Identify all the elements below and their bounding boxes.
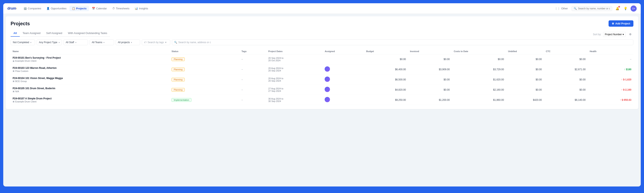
filter-icon: ⚙ bbox=[629, 33, 632, 36]
col-header-tags: Tags bbox=[240, 48, 266, 54]
avatar-initials: U bbox=[632, 7, 634, 10]
cell-dates: 20 Sep 2024 to 20 Oct 2024 bbox=[266, 54, 322, 64]
cell-status: Planning bbox=[170, 85, 239, 95]
project-name: P24-00103 123 Warren Road, Atherton bbox=[13, 66, 168, 70]
client-icon: ▣ bbox=[13, 60, 14, 62]
cell-ctc: $0.00 bbox=[544, 54, 588, 64]
calendar-icon: 📅 bbox=[92, 7, 95, 10]
cell-unbilled: $0.00 bbox=[506, 85, 544, 95]
tag-icon: 🏷 bbox=[144, 41, 146, 44]
status-filter-chevron: ▾ bbox=[30, 41, 31, 44]
search-icon: 🔍 bbox=[574, 7, 577, 10]
nav-item-companies[interactable]: 🏢 Companies bbox=[21, 6, 44, 11]
status-badge: Planning bbox=[172, 68, 185, 71]
table-row[interactable]: P24-00104 101 Vision Street, Wagga Wagga… bbox=[10, 74, 634, 85]
nav-item-calendar[interactable]: 📅 Calendar bbox=[90, 6, 109, 11]
teams-chevron: ▾ bbox=[104, 41, 104, 44]
health-value: ↑ $-1,620 bbox=[621, 78, 631, 81]
help-button[interactable]: 💡 bbox=[622, 6, 628, 12]
status-badge: Implementation bbox=[172, 98, 191, 102]
sort-chevron-icon: ▾ bbox=[622, 33, 624, 36]
tab-all[interactable]: All bbox=[10, 30, 20, 37]
table-row[interactable]: P24-00105 101 Drum Street, Buderim ▣ N/A… bbox=[10, 85, 634, 95]
status-filter[interactable]: Not Completed ▾ bbox=[10, 40, 35, 45]
cell-assigned bbox=[322, 74, 364, 85]
project-type-chevron: ▾ bbox=[59, 41, 60, 44]
project-tabs: All Team Assigned Self Assigned With Ass… bbox=[10, 30, 110, 37]
col-header-assigned: Assigned bbox=[322, 48, 364, 54]
cell-tags: – bbox=[240, 74, 266, 85]
app-logo[interactable]: drum· bbox=[7, 6, 17, 10]
other-button[interactable]: ⋮⋮ Other bbox=[553, 6, 570, 11]
cell-assigned bbox=[322, 64, 364, 74]
user-avatar[interactable]: U ▾ bbox=[630, 6, 637, 12]
table-row[interactable]: P24-00101 Ben's Surveying - First Projec… bbox=[10, 54, 634, 64]
health-value: ↑ $-950.63 bbox=[620, 98, 631, 102]
tab-team-assigned[interactable]: Team Assigned bbox=[20, 30, 44, 37]
avatar-chevron: ▾ bbox=[634, 8, 635, 10]
project-type-filter[interactable]: Any Project Type ▾ bbox=[37, 40, 62, 45]
assigned-avatar bbox=[325, 66, 330, 72]
cell-name: P24-00104 101 Vision Street, Wagga Wagga… bbox=[10, 74, 170, 85]
table-row[interactable]: P24-00107 A Simple Drum Project ▣ Exampl… bbox=[10, 95, 634, 105]
global-search[interactable]: 🔍 bbox=[572, 6, 612, 11]
cell-tags: – bbox=[240, 64, 266, 74]
tags-value: – bbox=[242, 78, 243, 81]
nav-item-opportunities[interactable]: 👤 Opportunities bbox=[44, 6, 69, 11]
tags-search[interactable]: 🏷 Search by tags ▾ bbox=[142, 40, 170, 45]
tags-value: – bbox=[242, 68, 243, 71]
tab-self-assigned[interactable]: Self Assigned bbox=[44, 30, 65, 37]
cell-tags: – bbox=[240, 54, 266, 64]
cell-name: P24-00101 Ben's Surveying - First Projec… bbox=[10, 54, 170, 64]
nav-item-timesheets[interactable]: ⏱ Timesheets bbox=[110, 6, 132, 11]
cell-budget: $0.00 bbox=[364, 54, 408, 64]
opportunities-icon: 👤 bbox=[46, 7, 50, 10]
table-row[interactable]: P24-00103 123 Warren Road, Atherton ▣ Fl… bbox=[10, 64, 634, 74]
nav-item-insights[interactable]: 📊 Insights bbox=[132, 6, 150, 11]
global-search-input[interactable] bbox=[578, 7, 610, 10]
col-header-budget: Budget bbox=[364, 48, 408, 54]
name-search[interactable]: 🔍 Search by name, address or c bbox=[172, 40, 634, 45]
date-to: 20 Sep 2024 bbox=[268, 80, 320, 82]
notification-badge: 1 bbox=[618, 6, 620, 8]
cell-status: Implementation bbox=[170, 95, 239, 105]
project-name: P24-00105 101 Drum Street, Buderim bbox=[13, 87, 168, 90]
cell-health: ↑ $-1,620 bbox=[588, 74, 634, 85]
filter-options-button[interactable]: ⚙ bbox=[627, 31, 634, 38]
client-icon: ▣ bbox=[13, 100, 14, 102]
table-header-row: Name Status Tags Project Dates Assigned … bbox=[10, 48, 634, 54]
add-project-button[interactable]: ⊕ Add Project bbox=[608, 20, 634, 27]
tab-outstanding-tasks[interactable]: With Assigned Outstanding Tasks bbox=[65, 30, 110, 37]
insights-icon: 📊 bbox=[134, 7, 138, 10]
date-to: 20 Sep 2024 bbox=[268, 70, 320, 72]
help-icon: 💡 bbox=[624, 7, 628, 10]
staff-chevron: ▾ bbox=[75, 41, 76, 44]
date-from: 20 Aug 2024 to bbox=[268, 77, 320, 80]
cell-costs: $2,160.00 bbox=[452, 85, 506, 95]
health-value: ↑ $180 bbox=[624, 68, 631, 71]
cell-tags: – bbox=[240, 95, 266, 105]
main-content: Projects ⊕ Add Project All Team Assigned… bbox=[6, 16, 638, 109]
client-icon: ▣ bbox=[13, 70, 14, 72]
cell-dates: 20 Aug 2024 to 20 Sep 2024 bbox=[266, 74, 322, 85]
tabs-sort-row: All Team Assigned Self Assigned With Ass… bbox=[10, 30, 634, 40]
project-client: ▣ BCE Group bbox=[13, 80, 168, 82]
cell-status: Planning bbox=[170, 74, 239, 85]
cell-name: P24-00105 101 Drum Street, Buderim ▣ N/A bbox=[10, 85, 170, 95]
teams-filter[interactable]: All Teams ▾ bbox=[90, 40, 114, 45]
col-header-costs: Costs to Date bbox=[452, 48, 506, 54]
timesheets-icon: ⏱ bbox=[112, 7, 115, 10]
project-name: P24-00101 Ben's Surveying - First Projec… bbox=[13, 56, 168, 59]
projects-filter[interactable]: All projects ▾ bbox=[116, 40, 140, 45]
date-to: 27 Sep 2024 bbox=[268, 90, 320, 92]
cell-costs: $1,860.00 bbox=[452, 95, 506, 105]
companies-icon: 🏢 bbox=[24, 7, 27, 10]
notifications-button[interactable]: 🔔 1 bbox=[614, 6, 620, 12]
col-header-health: Health bbox=[588, 48, 634, 54]
staff-filter[interactable]: All Staff ▾ bbox=[64, 40, 88, 45]
project-client: ▣ Example Drum Client bbox=[13, 100, 168, 103]
sort-select[interactable]: Project Number ▾ bbox=[603, 32, 626, 37]
nav-item-projects[interactable]: 📋 Projects bbox=[70, 6, 89, 11]
search-icon-small: 🔍 bbox=[174, 41, 177, 44]
page-title: Projects bbox=[10, 21, 30, 26]
